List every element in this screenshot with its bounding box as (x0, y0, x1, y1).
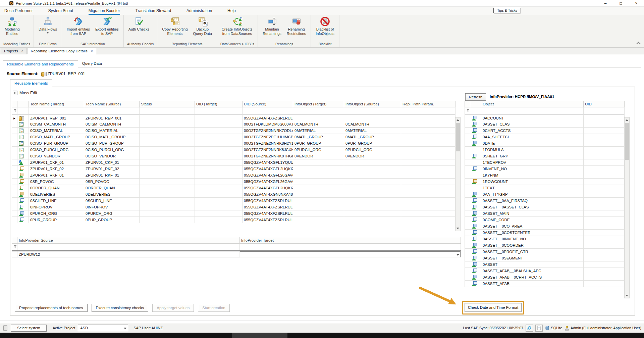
uid-cell[interactable] (584, 121, 625, 128)
filter-cell[interactable] (401, 107, 455, 115)
table-row[interactable]: 0ASSET_MAIN (465, 210, 625, 217)
object-cell[interactable]: 1TECHPROV (481, 159, 584, 166)
object-cell[interactable]: 0ASSET__0COSTCENTER (481, 230, 584, 236)
uid-target-cell[interactable] (195, 210, 243, 217)
uid-source-cell[interactable]: 055QGZV4AT4XFZSRLRULRN... (243, 210, 293, 217)
uid-cell[interactable] (584, 115, 625, 121)
tech-name-target-cell[interactable]: 0SR_POVOC (29, 179, 84, 185)
table-row[interactable]: 1FORMULA (465, 147, 625, 153)
tech-name-target-cell[interactable]: 0INFOPROV (29, 204, 84, 210)
status-cell[interactable] (140, 147, 195, 153)
table-row[interactable]: 0DELIVERIES 0DELIVERIES 055QGZV4AT4XGN8N… (12, 191, 455, 198)
table-row[interactable]: 1TEXT (465, 185, 625, 191)
table-row[interactable]: ▸ ZPURV01_REP_001 ZPURV01_REP_001 055QGZ… (12, 115, 455, 121)
close-tab-icon[interactable]: × (21, 49, 23, 53)
uid-cell[interactable] (584, 179, 625, 185)
infoobject-source-cell[interactable]: 0MATERIAL (344, 128, 401, 134)
renaming-restrictions-button[interactable]: Renaming Restrictions (284, 16, 308, 36)
row-expander[interactable] (12, 217, 17, 223)
row-expander[interactable] (12, 185, 17, 191)
object-cell[interactable]: 0CHRT_ACCTS (481, 128, 584, 134)
uid-target-cell[interactable] (195, 153, 243, 159)
filter-cell[interactable] (17, 107, 29, 115)
tech-name-target-cell[interactable]: 0ORDER_QUAN (29, 185, 84, 191)
infoobject-target-cell[interactable]: 0VENDOR (293, 153, 344, 159)
maximize-button[interactable]: □ (613, 0, 629, 7)
object-cell[interactable]: 0ASSET_MAIN (481, 210, 584, 217)
menu-administration[interactable]: Administration (186, 7, 212, 15)
status-cell[interactable] (140, 210, 195, 217)
uid-target-cell[interactable] (195, 191, 243, 198)
status-cell[interactable] (140, 115, 195, 121)
table-row[interactable]: 0ASSET__0SEGMENT (465, 255, 625, 261)
minimize-button[interactable]: – (598, 0, 613, 7)
expander-button[interactable] (13, 91, 17, 95)
uid-source-cell[interactable]: 055QGZV4AT4XGFL2HQKIZC... (243, 166, 293, 172)
table-row[interactable]: 0CISM_CALMONTH 0CISM_CALMONTH 00O2TFDKLU… (12, 121, 455, 128)
uid-cell[interactable] (584, 140, 625, 147)
uid-cell[interactable] (584, 268, 625, 274)
uid-target-cell[interactable] (195, 172, 243, 179)
uid-cell[interactable] (584, 191, 625, 198)
infoobject-source-cell[interactable] (344, 185, 401, 191)
uid-source-cell[interactable]: 055QGZV4AT4XFZSRLRULRN... (243, 217, 293, 223)
auth-checks-button[interactable]: Auth Checks (126, 16, 152, 32)
column-header[interactable]: Object (481, 101, 584, 107)
uid-target-cell[interactable] (195, 147, 243, 153)
tech-name-target-cell[interactable]: 0CISO_PURCH_ORG (29, 147, 84, 153)
infoobject-target-cell[interactable] (293, 159, 344, 166)
tech-name-source-cell[interactable]: 0DELIVERIES (84, 191, 140, 198)
tech-name-source-cell[interactable]: 0CISO_MATL_GROUP (84, 134, 140, 140)
uid-cell[interactable] (584, 242, 625, 249)
status-cell[interactable] (140, 172, 195, 179)
repl-path-param-cell[interactable] (401, 185, 455, 191)
tech-name-target-cell[interactable]: 0CISO_MATL_GROUP (29, 134, 84, 140)
status-cell[interactable] (140, 166, 195, 172)
infoprovider-target-combo[interactable] (240, 251, 461, 257)
table-row[interactable]: 1KYFNM (465, 172, 625, 179)
infoobject-target-cell[interactable] (293, 210, 344, 217)
filter-cell[interactable] (243, 107, 293, 115)
column-header[interactable]: Tech Name (Target) (29, 101, 84, 107)
table-row[interactable]: ZPURDW12 (12, 251, 461, 257)
repl-path-param-cell[interactable] (401, 198, 455, 204)
table-row[interactable]: 0ASSET__0PROFIT_CTR (465, 249, 625, 255)
table-row[interactable]: 0SHEET_GRP (465, 153, 625, 159)
filter-cell[interactable] (240, 244, 461, 251)
column-header[interactable]: InfoProvider Source (17, 237, 240, 244)
table-row[interactable]: 0INFOPROV 0INFOPROV 055QGZV4AT4XFZSRLRUL… (12, 204, 455, 210)
tech-name-source-cell[interactable]: 0INFOPROV (84, 204, 140, 210)
uid-target-cell[interactable] (195, 115, 243, 121)
taskbar-app-button[interactable] (232, 333, 287, 338)
infoobject-source-cell[interactable]: 0MATL_GROUP (344, 134, 401, 140)
table-row[interactable]: 0ASSET_AFAB__0CHRT_ACCTS (465, 274, 625, 281)
filter-cell[interactable] (12, 107, 17, 115)
filter-cell[interactable] (12, 244, 17, 251)
status-cell[interactable] (140, 134, 195, 140)
active-project-select[interactable]: ASD (78, 325, 128, 331)
row-expander[interactable] (12, 147, 17, 153)
table-row[interactable]: 0ASSET (465, 261, 625, 268)
uid-source-cell[interactable]: 00O2TGFZNE2NNRK7ODLAW... (243, 128, 293, 134)
infoobject-target-cell[interactable] (293, 204, 344, 210)
uid-cell[interactable] (584, 134, 625, 140)
infoobject-target-cell[interactable] (293, 198, 344, 204)
scroll-up-icon[interactable] (455, 117, 460, 123)
table-row[interactable]: ZPURV01_RKF_02 ZPURV01_RKF_02 055QGZV4AT… (12, 166, 455, 172)
infoobject-source-cell[interactable] (344, 191, 401, 198)
notebook-icon[interactable] (3, 325, 7, 331)
create-infoobjects-button[interactable]: Create InfoObjects from DataSources (219, 16, 255, 36)
uid-target-cell[interactable] (195, 121, 243, 128)
table-row[interactable]: 0SCHED_LINE 0SCHED_LINE 055QGZV4AT4XFZSR… (12, 198, 455, 204)
uid-source-cell[interactable]: 00O2TGFZNE2NNRK8THGNR... (243, 153, 293, 159)
status-cell[interactable] (140, 179, 195, 185)
object-cell[interactable]: 0ASSET__0CO_AREA (481, 223, 584, 230)
repl-path-param-cell[interactable] (401, 153, 455, 159)
tab-reusable-elements[interactable]: Reusable Elements (10, 79, 52, 87)
object-cell[interactable]: 0ASSET__0ASSET_CLAS (481, 204, 584, 210)
uid-cell[interactable] (584, 159, 625, 166)
column-header[interactable]: Status (140, 101, 195, 107)
infoobject-source-cell[interactable] (344, 198, 401, 204)
row-expander[interactable] (12, 166, 17, 172)
table-row[interactable]: 0AA_TTYGRP (465, 191, 625, 198)
